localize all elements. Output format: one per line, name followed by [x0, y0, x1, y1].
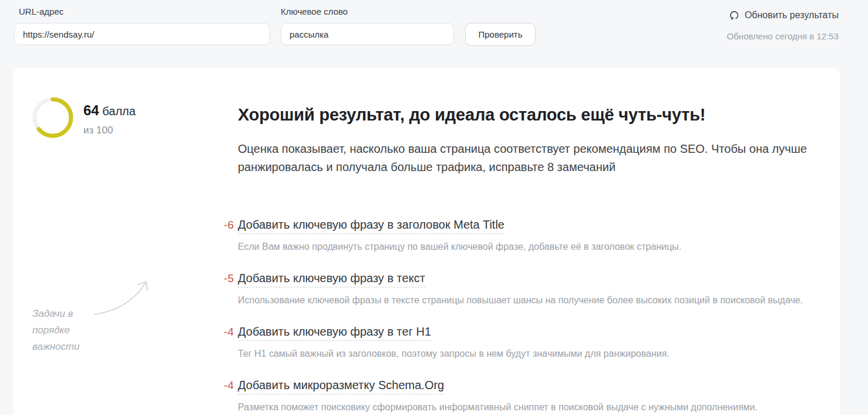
score-gauge: [32, 97, 73, 138]
issue-title-link[interactable]: Добавить ключевую фразу в текст: [238, 271, 425, 287]
seo-result-card: 64 балла из 100 Хороший результат, до ид…: [13, 68, 840, 415]
score-max: из 100: [83, 125, 113, 136]
annotation-line: порядке: [32, 322, 80, 339]
url-field-label: URL-адрес: [19, 6, 63, 16]
issue-score: -5: [211, 272, 234, 285]
score-value-line: 64 балла: [83, 102, 136, 119]
issue-description: Тег H1 самый важный из заголовков, поэто…: [238, 347, 819, 360]
issue-row: -4 Добавить микроразметку Schema.Org Раз…: [238, 378, 819, 413]
issue-title-link[interactable]: Добавить ключевую фразу в заголовок Meta…: [238, 217, 504, 234]
annotation-line: важности: [32, 339, 80, 355]
issue-row: -6 Добавить ключевую фразу в заголовок M…: [238, 217, 819, 253]
issue-row: -4 Добавить ключевую фразу в тег H1 Тег …: [238, 324, 819, 360]
keyword-input[interactable]: [281, 23, 454, 45]
refresh-icon: [729, 10, 739, 21]
check-button[interactable]: Проверить: [465, 23, 536, 46]
issue-row: -5 Добавить ключевую фразу в текст Испол…: [238, 271, 819, 306]
last-updated-text: Обновлено сегодня в 12:53: [727, 31, 839, 41]
issue-score: -4: [211, 379, 234, 392]
curved-arrow-icon: [91, 275, 156, 320]
refresh-results-button[interactable]: Обновить результаты: [729, 10, 839, 21]
priority-annotation: Задачи в порядке важности: [32, 306, 80, 355]
issue-description: Если Вам важно продвинуть страницу по ва…: [238, 240, 819, 253]
issue-title-link[interactable]: Добавить ключевую фразу в тег H1: [238, 324, 431, 341]
result-description: Оценка показывает, насколько ваша страни…: [238, 140, 822, 176]
keyword-field-label: Ключевое слово: [281, 6, 348, 16]
issue-description: Использование ключевой фразы в тексте ст…: [238, 294, 819, 306]
score-value: 64: [83, 102, 99, 118]
issue-title-link[interactable]: Добавить микроразметку Schema.Org: [238, 378, 444, 394]
refresh-results-label: Обновить результаты: [745, 10, 839, 21]
score-unit: балла: [102, 105, 136, 118]
url-input[interactable]: [14, 23, 270, 45]
issue-description: Разметка поможет поисковику сформировать…: [238, 401, 819, 413]
issue-score: -4: [211, 326, 234, 339]
result-title: Хороший результат, до идеала осталось ещ…: [238, 105, 825, 125]
annotation-line: Задачи в: [32, 306, 80, 322]
issue-score: -6: [211, 219, 234, 232]
